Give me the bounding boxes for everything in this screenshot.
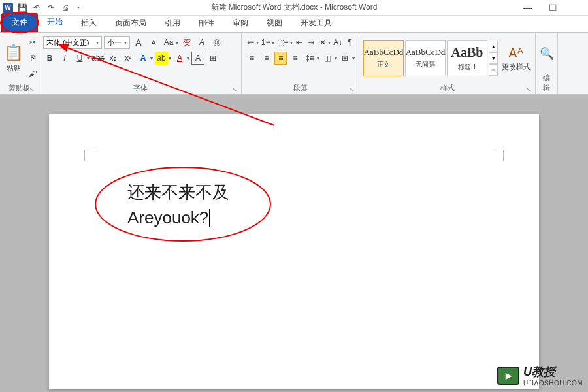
dec-indent-button[interactable]: ⇤ <box>295 36 304 49</box>
group-font: 宋体 (中文正)▾ 小一▾ A A Aa▾ 变 A ㊞ B I U▾ abc x… <box>39 33 242 94</box>
window-controls: — ☐ <box>520 1 585 14</box>
case-dropdown-icon[interactable]: ▾ <box>176 40 178 46</box>
show-marks-button[interactable]: ¶ <box>345 36 355 49</box>
multilevel-button[interactable]: ⬚≡ <box>276 36 289 49</box>
font-size-combo[interactable]: 小一▾ <box>104 36 130 49</box>
document-area: 还来不来不及 Areyouok? <box>0 95 588 392</box>
align-distribute-button[interactable]: ≡ <box>289 52 301 65</box>
watermark: ▶ U教授 UJIAOSHOU.COM <box>497 364 583 387</box>
change-case-button[interactable]: Aa <box>162 36 175 49</box>
paste-button[interactable]: 📋 粘贴 <box>4 35 24 82</box>
format-painter-icon[interactable]: 🖌 <box>26 67 39 80</box>
group-styles: AaBbCcDd 正文 AaBbCcDd 无间隔 AaBb 标题 1 ▴ ▾ ≡ <box>359 33 536 94</box>
document-page[interactable]: 还来不来不及 Areyouok? <box>49 114 539 389</box>
strikethrough-button[interactable]: abc <box>91 52 105 65</box>
tab-file-label: 文件 <box>12 18 27 27</box>
font-name-value: 宋体 (中文正) <box>46 38 89 48</box>
italic-button[interactable]: I <box>58 52 71 65</box>
text-cursor <box>209 209 210 227</box>
print-icon[interactable]: 🖨 <box>60 3 71 13</box>
undo-icon[interactable]: ↶ <box>31 3 42 13</box>
grow-font-button[interactable]: A <box>132 36 145 49</box>
clipboard-launcher-icon[interactable]: ⤡ <box>29 86 35 93</box>
superscript-button[interactable]: x² <box>122 52 135 65</box>
tab-review[interactable]: 审阅 <box>223 14 257 32</box>
clear-format-button[interactable]: A <box>195 36 208 49</box>
style-gallery: AaBbCcDd 正文 AaBbCcDd 无间隔 AaBb 标题 1 ▴ ▾ ≡ <box>363 35 498 82</box>
effects-dropdown-icon[interactable]: ▾ <box>150 56 153 61</box>
inc-indent-button[interactable]: ⇥ <box>306 36 316 49</box>
ribbon: 📋 粘贴 ✂ ⎘ 🖌 剪贴板 ⤡ 宋体 (中文正)▾ 小一▾ A <box>0 33 588 95</box>
margin-corner-tr <box>492 150 504 161</box>
find-icon: 🔍 <box>540 46 554 61</box>
qat-dropdown-icon[interactable]: ▾ <box>73 3 84 13</box>
find-button[interactable]: 🔍 <box>540 35 554 72</box>
font-name-combo[interactable]: 宋体 (中文正)▾ <box>43 36 102 49</box>
style-scroll: ▴ ▾ ≡ <box>489 41 498 76</box>
watermark-brand: U教授 <box>523 364 583 380</box>
numbering-button[interactable]: 1≡ <box>261 36 271 49</box>
align-justify-button[interactable]: ≡ <box>274 52 287 65</box>
tab-references[interactable]: 引用 <box>155 14 189 32</box>
ribbon-tabs: 文件 开始 插入 页面布局 引用 邮件 审阅 视图 开发工具 <box>0 16 588 33</box>
doc-line-2: Areyouok? <box>127 205 229 231</box>
borders-button[interactable]: ⊞ <box>339 52 351 65</box>
underline-dropdown-icon[interactable]: ▾ <box>87 56 90 61</box>
maximize-button[interactable]: ☐ <box>545 1 561 14</box>
style-heading1[interactable]: AaBb 标题 1 <box>447 40 487 76</box>
tab-developer[interactable]: 开发工具 <box>291 14 341 32</box>
font-group-label: 字体 ⤡ <box>43 82 237 94</box>
font-launcher-icon[interactable]: ⤡ <box>232 86 237 93</box>
bullets-button[interactable]: ⦁≡ <box>246 36 255 49</box>
cut-icon[interactable]: ✂ <box>26 36 39 49</box>
shrink-font-button[interactable]: A <box>147 36 160 49</box>
text-effects-button[interactable]: A <box>137 52 150 65</box>
watermark-badge-icon: ▶ <box>497 367 519 385</box>
shading-button[interactable]: ◫ <box>321 52 334 65</box>
style-normal[interactable]: AaBbCcDd 正文 <box>363 40 404 76</box>
window-title: 新建 Microsoft Word 文档.docx - Microsoft Wo… <box>211 2 378 13</box>
tab-view[interactable]: 视图 <box>257 14 291 32</box>
enclose-char-button[interactable]: ㊞ <box>210 36 223 49</box>
word-app-icon[interactable]: W <box>3 3 13 13</box>
style-expand-icon[interactable]: ≡ <box>489 64 498 76</box>
copy-icon[interactable]: ⎘ <box>26 52 39 65</box>
sort-button[interactable]: A↓ <box>333 36 343 49</box>
color-dropdown-icon[interactable]: ▾ <box>187 56 189 61</box>
style-scroll-down-icon[interactable]: ▾ <box>489 52 498 64</box>
tab-file[interactable]: 文件 <box>1 13 38 32</box>
highlight-button[interactable]: ab <box>155 52 168 65</box>
line-spacing-button[interactable]: ‡≡ <box>304 52 316 65</box>
highlight-dropdown-icon[interactable]: ▾ <box>169 56 171 61</box>
watermark-url: UJIAOSHOU.COM <box>523 380 583 387</box>
close-button[interactable] <box>570 1 585 14</box>
tab-home[interactable]: 开始 <box>38 13 72 32</box>
style-nospacing[interactable]: AaBbCcDd 无间隔 <box>405 40 446 76</box>
change-styles-icon: Aᴬ <box>508 45 523 61</box>
minimize-button[interactable]: — <box>520 1 536 14</box>
document-text[interactable]: 还来不来不及 Areyouok? <box>127 180 229 231</box>
paragraph-launcher-icon[interactable]: ⤡ <box>350 86 355 93</box>
tab-mail[interactable]: 邮件 <box>189 14 223 32</box>
align-center-button[interactable]: ≡ <box>260 52 272 65</box>
group-clipboard: 📋 粘贴 ✂ ⎘ 🖌 剪贴板 ⤡ <box>0 33 39 94</box>
subscript-button[interactable]: x₂ <box>106 52 120 65</box>
align-left-button[interactable]: ≡ <box>246 52 258 65</box>
asian-layout-button[interactable]: ✕ <box>318 36 327 49</box>
paste-label: 粘贴 <box>7 63 21 73</box>
char-shading-button[interactable]: ⊞ <box>206 52 220 65</box>
styles-launcher-icon[interactable]: ⤡ <box>526 86 531 93</box>
tab-insert[interactable]: 插入 <box>72 14 106 32</box>
phonetic-guide-button[interactable]: 变 <box>180 36 193 49</box>
change-styles-button[interactable]: Aᴬ 更改样式 <box>500 35 531 82</box>
styles-group-label: 样式 ⤡ <box>363 82 531 94</box>
underline-button[interactable]: U <box>73 52 86 65</box>
redo-icon[interactable]: ↷ <box>46 3 56 13</box>
style-scroll-up-icon[interactable]: ▴ <box>489 41 498 52</box>
bold-button[interactable]: B <box>43 52 56 65</box>
group-paragraph: ⦁≡▾ 1≡▾ ⬚≡▾ ⇤ ⇥ ✕▾ A↓ ¶ ≡ ≡ ≡ ≡ ‡≡▾ ◫▾ ⊞… <box>242 33 359 94</box>
save-icon[interactable]: 💾 <box>17 3 27 13</box>
char-border-button[interactable]: A <box>191 52 204 65</box>
font-color-button[interactable]: A <box>173 52 186 65</box>
tab-layout[interactable]: 页面布局 <box>106 14 155 32</box>
